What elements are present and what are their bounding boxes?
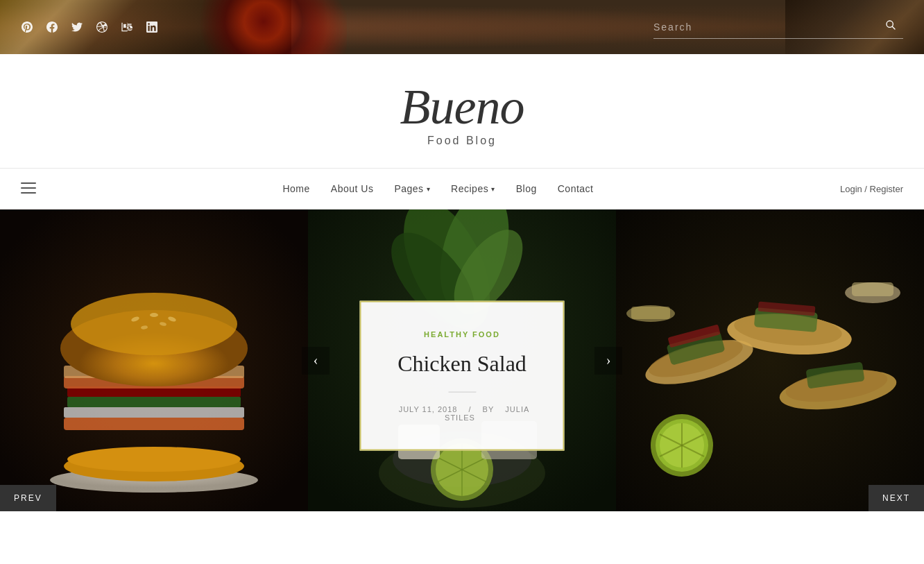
search-button[interactable] — [882, 17, 899, 37]
nav-blog[interactable]: Blog — [516, 183, 537, 194]
panel-center: HEALTHY FOOD Chicken Salad JULY 11, 2018… — [308, 210, 616, 511]
prev-slide-arrow[interactable]: ‹ — [302, 347, 330, 375]
next-button[interactable]: NEXT — [869, 485, 924, 511]
panel-left: PREV — [0, 210, 308, 511]
login-register[interactable]: Login / Register — [840, 184, 903, 194]
feature-card: HEALTHY FOOD Chicken Salad JULY 11, 2018… — [360, 300, 565, 450]
svg-point-6 — [67, 447, 241, 472]
linkedin-icon[interactable] — [146, 21, 158, 33]
nav-links: Home About Us Pages ▾ Recipes ▾ Blog Con… — [282, 183, 593, 194]
svg-point-14 — [71, 293, 237, 355]
header: Bueno Food Blog — [0, 54, 924, 168]
feature-meta: JULY 11, 2018 / BY JULIA STILES — [386, 404, 539, 421]
nav-pages[interactable]: Pages ▾ — [394, 183, 430, 194]
svg-rect-2 — [21, 192, 36, 194]
prev-button[interactable]: PREV — [0, 485, 56, 511]
hamburger-menu[interactable] — [21, 181, 36, 197]
svg-rect-53 — [852, 282, 893, 296]
twitter-icon[interactable] — [71, 21, 83, 33]
nav-home[interactable]: Home — [282, 183, 309, 194]
nav-about[interactable]: About Us — [331, 183, 374, 194]
search-input[interactable] — [653, 16, 882, 38]
feature-divider — [448, 391, 476, 392]
feature-date: JULY 11, 2018 — [399, 404, 458, 413]
nav-bar: Home About Us Pages ▾ Recipes ▾ Blog Con… — [0, 168, 924, 210]
top-bar — [0, 0, 924, 54]
recipes-dropdown-icon: ▾ — [491, 185, 495, 193]
site-subtitle: Food Blog — [427, 135, 497, 147]
search-area — [653, 16, 903, 39]
dribbble-icon[interactable] — [96, 21, 108, 33]
nav-recipes[interactable]: Recipes ▾ — [451, 183, 495, 194]
feature-sep: / — [468, 404, 471, 413]
svg-rect-8 — [64, 407, 244, 418]
svg-rect-55 — [631, 307, 670, 319]
svg-rect-0 — [21, 182, 36, 184]
pinterest-icon[interactable] — [21, 21, 33, 33]
feature-category: HEALTHY FOOD — [386, 330, 539, 338]
next-slide-arrow[interactable]: › — [594, 347, 622, 375]
panel-right: NEXT — [616, 210, 924, 511]
social-icons — [21, 21, 158, 33]
site-title[interactable]: Bueno — [400, 82, 524, 132]
nav-contact[interactable]: Contact — [558, 183, 594, 194]
facebook-icon[interactable] — [46, 21, 58, 33]
pages-dropdown-icon: ▾ — [427, 185, 431, 193]
feature-title[interactable]: Chicken Salad — [386, 350, 539, 376]
svg-point-16 — [150, 313, 158, 317]
feature-author-prefix: BY — [483, 404, 495, 413]
main-content: PREV ‹ — [0, 210, 924, 511]
svg-rect-1 — [21, 187, 36, 189]
svg-rect-9 — [67, 397, 241, 407]
behance-icon[interactable] — [121, 21, 133, 33]
svg-rect-7 — [64, 418, 244, 430]
